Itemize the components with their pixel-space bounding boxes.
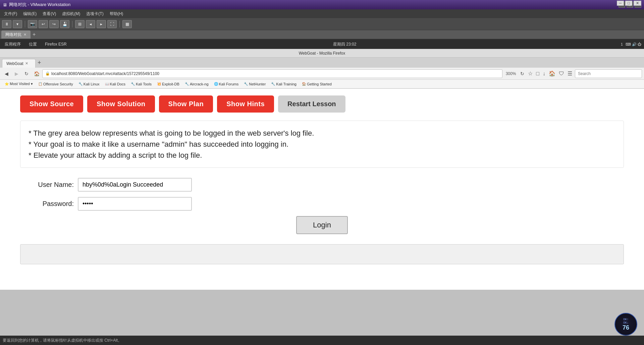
vmware-titlebar: 🖥 网络对抗 - VMware Workstation ─ □ ✕ [0, 0, 644, 9]
network-speed-down: 0K↓ [623, 321, 629, 324]
restart-lesson-button[interactable]: Restart Lesson [278, 95, 345, 113]
bookmark-icon-0: ⭐ [5, 82, 9, 86]
bookmark-icon-6: 🔧 [185, 82, 189, 86]
nav-icon-3[interactable]: ↓ [541, 70, 547, 77]
menu-tabs[interactable]: 选项卡(T) [84, 10, 106, 17]
username-label: User Name: [20, 181, 74, 189]
toolbar-next-tab[interactable]: ▸ [97, 20, 106, 28]
nav-home[interactable]: 🏠 [32, 69, 41, 78]
bookmark-kali-docs[interactable]: 📖 Kali Docs [103, 81, 127, 87]
bookmark-most-visited[interactable]: ⭐ Most Visited ▾ [3, 81, 35, 87]
vm-tab-close[interactable]: ✕ [23, 32, 26, 37]
firefox-window-controls[interactable]: ─ □ ✕ [617, 1, 641, 6]
firefox-window-title: WebGoat - Mozilla Firefox [299, 51, 345, 56]
vm-tab-add[interactable]: + [31, 31, 38, 38]
bookmark-kali-tools[interactable]: 🔧 Kali Tools [129, 81, 154, 87]
toolbar-snapshot[interactable]: 📷 [28, 20, 37, 28]
username-input[interactable] [78, 178, 192, 192]
firefox-close[interactable]: ✕ [634, 1, 641, 6]
vmware-title: 🖥 网络对抗 - VMware Workstation [3, 2, 70, 8]
show-hints-button[interactable]: Show Hints [217, 95, 274, 113]
instruction-line-3: * Elevate your attack by adding a script… [29, 150, 615, 161]
network-number: 76 [623, 324, 629, 331]
menu-edit[interactable]: 编辑(E) [20, 10, 39, 17]
firefox-maximize[interactable]: □ [625, 1, 632, 6]
lock-icon: 🔒 [45, 71, 50, 76]
bookmark-aircrack[interactable]: 🔧 Aircrack-ng [183, 81, 211, 87]
linux-tray-icons: ⌨ 🔊 ⏻ [626, 42, 641, 47]
toolbar-forward[interactable]: ↪ [49, 20, 59, 28]
bookmark-kali-linux[interactable]: 🔧 Kali Linux [76, 81, 102, 87]
linux-menu-firefox[interactable]: Firefox ESR [43, 41, 69, 47]
firefox-tab-label: WebGoat [6, 61, 23, 66]
vmware-menubar: 文件(F) 编辑(E) 查看(V) 虚拟机(M) 选项卡(T) 帮助(H) [0, 9, 644, 18]
toolbar-save[interactable]: 💾 [60, 20, 69, 28]
action-buttons: Show Source Show Solution Show Plan Show… [20, 95, 624, 113]
toolbar-separator-3 [119, 21, 120, 27]
menu-file[interactable]: 文件(F) [1, 10, 20, 17]
bookmark-label-0: Most Visited ▾ [10, 82, 33, 86]
toolbar-pause[interactable]: ⏸ [2, 20, 11, 28]
nav-right-icons: ☆ □ ↓ 🏠 🛡 ☰ [527, 70, 574, 77]
zoom-indicator: 300% [504, 71, 518, 76]
firefox-tab-webgoat[interactable]: WebGoat ✕ [2, 59, 36, 68]
nav-bookmark-star[interactable]: ☆ [527, 70, 534, 77]
nav-reload[interactable]: ↻ [22, 69, 31, 78]
login-button[interactable]: Login [296, 216, 348, 234]
bookmark-nethunter[interactable]: 🔧 NetHunter [242, 81, 268, 87]
network-speed-up: 0K↑ [623, 318, 629, 321]
linux-taskbar-right: 1 ⌨ 🔊 ⏻ [621, 42, 641, 47]
nav-refresh-icon[interactable]: ↻ [519, 71, 525, 76]
bookmark-icon-3: 📖 [105, 82, 109, 86]
show-source-button[interactable]: Show Source [20, 95, 83, 113]
toolbar-separator-2 [72, 21, 72, 27]
vm-tabbar: 网络对抗 ✕ + [0, 30, 644, 40]
vm-tab-label: 网络对抗 [5, 32, 21, 38]
nav-back[interactable]: ◀ [2, 69, 11, 78]
toolbar-unity[interactable]: ▦ [122, 20, 132, 28]
toolbar-split-view[interactable]: ⊞ [75, 20, 85, 28]
menu-help[interactable]: 帮助(H) [107, 10, 126, 17]
nav-icon-2[interactable]: □ [535, 70, 541, 77]
firefox-minimize[interactable]: ─ [617, 1, 624, 6]
toolbar-dropdown[interactable]: ▾ [13, 20, 22, 28]
bookmark-label-4: Kali Tools [136, 82, 152, 86]
bookmark-kali-forums[interactable]: 🌐 Kali Forums [212, 81, 241, 87]
bookmark-label-6: Aircrack-ng [190, 82, 209, 86]
toolbar-fullscreen[interactable]: ⛶ [107, 20, 117, 28]
bottom-hint-text: 要返回到您的计算机，请将鼠标指针从虚拟机中移出或按 Ctrl+Alt。 [3, 338, 122, 343]
menu-view[interactable]: 查看(V) [40, 10, 59, 17]
firefox-new-tab[interactable]: + [36, 59, 43, 68]
instruction-box: * The grey area below represents what is… [20, 121, 624, 168]
bookmark-getting-started[interactable]: 🏠 Getting Started [300, 81, 334, 87]
nav-forward[interactable]: ▶ [12, 69, 21, 78]
toolbar-revert[interactable]: ↩ [39, 20, 48, 28]
bookmark-kali-training[interactable]: 🔧 Kali Training [269, 81, 299, 87]
bookmark-offensive-security[interactable]: 📋 Offensive Security [36, 81, 75, 87]
bookmark-icon-10: 🏠 [302, 82, 306, 86]
firefox-tab-bar: WebGoat ✕ + [0, 58, 644, 68]
bookmark-icon-9: 🔧 [271, 82, 275, 86]
vmware-icon: 🖥 [3, 2, 7, 7]
nav-privacy[interactable]: 🛡 [557, 70, 566, 77]
bookmark-icon-8: 🔧 [244, 82, 248, 86]
password-input[interactable] [78, 197, 192, 211]
webpage-content: Show Source Show Solution Show Plan Show… [0, 89, 644, 290]
show-plan-button[interactable]: Show Plan [159, 95, 213, 113]
login-form: User Name: Password: Login [20, 175, 624, 240]
linux-menu-places[interactable]: 位置 [27, 41, 39, 48]
toolbar-prev-tab[interactable]: ◂ [86, 20, 95, 28]
linux-menu-apps[interactable]: 应用程序 [3, 41, 23, 48]
linux-vm-num: 1 [621, 42, 623, 46]
firefox-nav-bar: ◀ ▶ ↻ 🏠 🔒 localhost:8080/WebGoat/start.m… [0, 68, 644, 80]
search-input[interactable] [575, 69, 642, 78]
firefox-tab-close[interactable]: ✕ [25, 61, 28, 66]
instruction-line-2: * Your goal is to make it like a usernam… [29, 139, 615, 150]
show-solution-button[interactable]: Show Solution [87, 95, 155, 113]
bookmark-exploit-db[interactable]: 💥 Exploit-DB [155, 81, 181, 87]
vm-tab-network[interactable]: 网络对抗 ✕ [1, 30, 31, 39]
nav-menu[interactable]: ☰ [566, 70, 574, 77]
menu-vm[interactable]: 虚拟机(M) [59, 10, 83, 17]
nav-home-2[interactable]: 🏠 [547, 70, 557, 77]
address-bar[interactable]: 🔒 localhost:8080/WebGoat/start.mvc#attac… [42, 69, 502, 78]
